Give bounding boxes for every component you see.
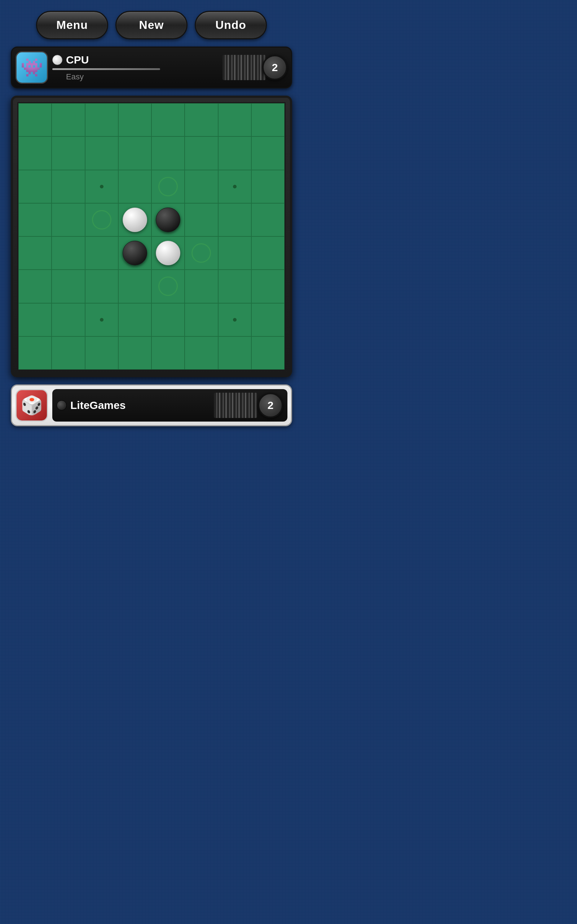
cell-2-3[interactable] bbox=[118, 170, 152, 203]
cell-2-0[interactable] bbox=[18, 170, 52, 203]
cell-6-0[interactable] bbox=[18, 303, 52, 336]
cell-4-2[interactable] bbox=[85, 236, 118, 270]
disc-black-3-4 bbox=[156, 208, 180, 232]
undo-button[interactable]: Undo bbox=[195, 11, 267, 39]
star-dot-6-6 bbox=[233, 318, 237, 321]
hint-4-5 bbox=[192, 243, 211, 263]
human-info-bar: LiteGames 2 bbox=[52, 389, 287, 422]
cell-5-0[interactable] bbox=[18, 270, 52, 303]
cell-3-4[interactable] bbox=[152, 203, 185, 236]
cell-0-5[interactable] bbox=[185, 103, 218, 136]
cell-0-3[interactable] bbox=[118, 103, 152, 136]
cpu-panel-right: 2 bbox=[222, 55, 287, 80]
cell-5-7[interactable] bbox=[251, 270, 285, 303]
human-name-row: LiteGames bbox=[56, 399, 126, 412]
cell-0-7[interactable] bbox=[251, 103, 285, 136]
cell-5-6[interactable] bbox=[218, 270, 251, 303]
cell-4-4[interactable] bbox=[152, 236, 185, 270]
star-dot-2-2 bbox=[100, 185, 103, 188]
cpu-score: 2 bbox=[262, 55, 287, 80]
cell-1-7[interactable] bbox=[251, 136, 285, 170]
hint-2-4 bbox=[158, 177, 178, 196]
disc-black-4-3 bbox=[122, 241, 147, 265]
cell-2-1[interactable] bbox=[52, 170, 85, 203]
cell-0-1[interactable] bbox=[52, 103, 85, 136]
disc-white-3-3 bbox=[122, 208, 147, 232]
cell-3-7[interactable] bbox=[251, 203, 285, 236]
cell-3-6[interactable] bbox=[218, 203, 251, 236]
cell-7-3[interactable] bbox=[118, 336, 152, 370]
cell-5-1[interactable] bbox=[52, 270, 85, 303]
human-stripes bbox=[214, 393, 257, 418]
cell-6-2[interactable] bbox=[85, 303, 118, 336]
top-buttons: Menu New Undo bbox=[11, 11, 292, 39]
cell-5-4[interactable] bbox=[152, 270, 185, 303]
new-button[interactable]: New bbox=[115, 11, 187, 39]
cell-4-3[interactable] bbox=[118, 236, 152, 270]
cell-1-2[interactable] bbox=[85, 136, 118, 170]
cpu-stripes bbox=[222, 55, 266, 80]
cpu-name: CPU bbox=[66, 54, 89, 66]
board-container bbox=[11, 96, 292, 377]
cell-1-3[interactable] bbox=[118, 136, 152, 170]
cell-7-5[interactable] bbox=[185, 336, 218, 370]
cell-7-2[interactable] bbox=[85, 336, 118, 370]
game-board[interactable] bbox=[17, 102, 285, 371]
cell-3-3[interactable] bbox=[118, 203, 152, 236]
cell-4-7[interactable] bbox=[251, 236, 285, 270]
cpu-info: CPU Easy bbox=[52, 54, 218, 82]
human-score: 2 bbox=[258, 393, 283, 418]
human-avatar: 🎲 bbox=[16, 389, 48, 422]
cell-2-7[interactable] bbox=[251, 170, 285, 203]
cell-0-6[interactable] bbox=[218, 103, 251, 136]
cell-1-6[interactable] bbox=[218, 136, 251, 170]
star-dot-6-2 bbox=[100, 318, 103, 321]
cell-2-6[interactable] bbox=[218, 170, 251, 203]
cell-3-2[interactable] bbox=[85, 203, 118, 236]
cell-1-5[interactable] bbox=[185, 136, 218, 170]
cell-5-3[interactable] bbox=[118, 270, 152, 303]
human-name: LiteGames bbox=[70, 399, 126, 412]
cell-4-0[interactable] bbox=[18, 236, 52, 270]
cell-2-4[interactable] bbox=[152, 170, 185, 203]
cell-6-4[interactable] bbox=[152, 303, 185, 336]
cell-1-0[interactable] bbox=[18, 136, 52, 170]
cell-7-4[interactable] bbox=[152, 336, 185, 370]
cell-0-4[interactable] bbox=[152, 103, 185, 136]
cell-5-2[interactable] bbox=[85, 270, 118, 303]
cell-6-6[interactable] bbox=[218, 303, 251, 336]
star-dot-2-6 bbox=[233, 185, 237, 188]
cell-6-7[interactable] bbox=[251, 303, 285, 336]
cell-6-5[interactable] bbox=[185, 303, 218, 336]
cell-0-0[interactable] bbox=[18, 103, 52, 136]
hint-3-2 bbox=[92, 210, 111, 229]
human-player-panel: 🎲 LiteGames 2 bbox=[11, 384, 292, 426]
cpu-bar bbox=[52, 68, 160, 70]
cell-1-4[interactable] bbox=[152, 136, 185, 170]
cell-4-6[interactable] bbox=[218, 236, 251, 270]
cell-0-2[interactable] bbox=[85, 103, 118, 136]
cell-3-0[interactable] bbox=[18, 203, 52, 236]
cpu-avatar: 👾 bbox=[16, 51, 48, 84]
cell-2-5[interactable] bbox=[185, 170, 218, 203]
cell-7-0[interactable] bbox=[18, 336, 52, 370]
cell-2-2[interactable] bbox=[85, 170, 118, 203]
cell-4-5[interactable] bbox=[185, 236, 218, 270]
cell-1-1[interactable] bbox=[52, 136, 85, 170]
menu-button[interactable]: Menu bbox=[36, 11, 108, 39]
cpu-name-row: CPU bbox=[52, 54, 218, 66]
cell-7-7[interactable] bbox=[251, 336, 285, 370]
cpu-difficulty: Easy bbox=[66, 72, 218, 82]
cell-5-5[interactable] bbox=[185, 270, 218, 303]
cell-3-1[interactable] bbox=[52, 203, 85, 236]
human-stone bbox=[56, 400, 67, 410]
hint-5-4 bbox=[158, 276, 178, 296]
cell-6-3[interactable] bbox=[118, 303, 152, 336]
cell-7-6[interactable] bbox=[218, 336, 251, 370]
cell-3-5[interactable] bbox=[185, 203, 218, 236]
cell-4-1[interactable] bbox=[52, 236, 85, 270]
disc-white-4-4 bbox=[156, 241, 180, 265]
cpu-player-panel: 👾 CPU Easy 2 bbox=[11, 47, 292, 89]
cell-6-1[interactable] bbox=[52, 303, 85, 336]
cell-7-1[interactable] bbox=[52, 336, 85, 370]
